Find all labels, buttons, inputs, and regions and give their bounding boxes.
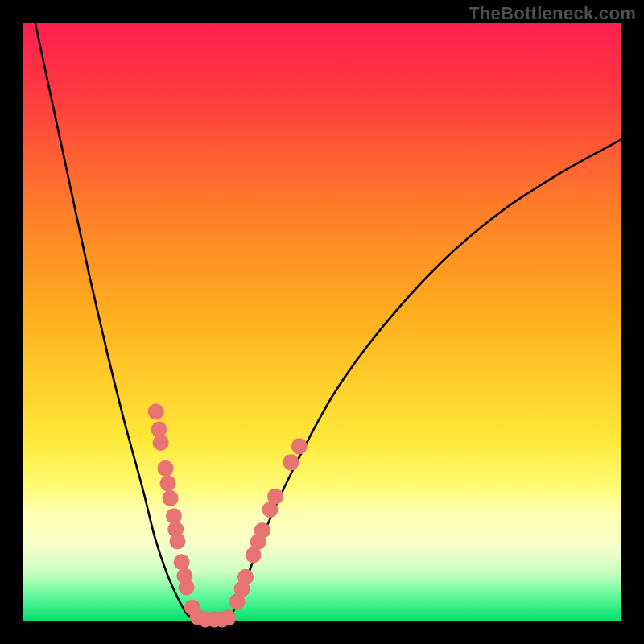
- data-point: [153, 435, 169, 451]
- data-point: [237, 569, 254, 585]
- plot-area: [23, 23, 621, 621]
- data-point: [291, 438, 308, 454]
- data-point: [169, 533, 185, 549]
- data-point: [283, 454, 299, 470]
- watermark-text: TheBottleneck.com: [469, 3, 636, 24]
- data-point: [148, 403, 164, 419]
- data-point: [220, 609, 236, 625]
- data-point: [174, 554, 190, 570]
- curve-layer: [23, 23, 621, 621]
- data-point: [158, 460, 174, 477]
- data-point: [160, 475, 176, 491]
- data-point: [179, 579, 195, 595]
- image-root: TheBottleneck.com: [0, 0, 644, 644]
- data-point: [254, 522, 270, 539]
- data-point: [267, 489, 283, 505]
- data-point: [163, 490, 179, 506]
- bottleneck-curve: [35, 23, 621, 623]
